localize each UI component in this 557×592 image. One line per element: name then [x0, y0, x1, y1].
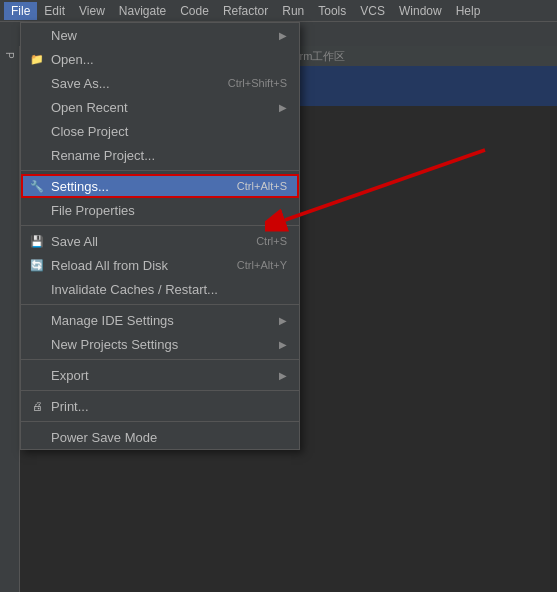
menu-item-invalidate-label: Invalidate Caches / Restart...	[51, 282, 218, 297]
menu-help[interactable]: Help	[449, 2, 488, 20]
fileprops-icon	[29, 202, 45, 218]
manageide-icon	[29, 312, 45, 328]
menu-vcs[interactable]: VCS	[353, 2, 392, 20]
menu-window[interactable]: Window	[392, 2, 449, 20]
closeproject-icon	[29, 123, 45, 139]
menu-item-export-label: Export	[51, 368, 89, 383]
menu-item-saveall-label: Save All	[51, 234, 98, 249]
new-arrow: ▶	[279, 30, 287, 41]
menu-item-saveas-label: Save As...	[51, 76, 110, 91]
rename-icon	[29, 147, 45, 163]
powersave-icon	[29, 429, 45, 445]
saveall-icon: 💾	[29, 233, 45, 249]
separator-6	[21, 421, 299, 422]
reloadall-shortcut: Ctrl+Alt+Y	[237, 259, 287, 271]
menu-item-open[interactable]: 📁 Open...	[21, 47, 299, 71]
left-sidebar: P	[0, 22, 20, 592]
menu-code[interactable]: Code	[173, 2, 216, 20]
menu-item-manageide-label: Manage IDE Settings	[51, 313, 174, 328]
file-dropdown-menu: New ▶ 📁 Open... Save As... Ctrl+Shift+S …	[20, 22, 300, 450]
manageide-arrow: ▶	[279, 315, 287, 326]
menu-item-settings[interactable]: 🔧 Settings... Ctrl+Alt+S	[21, 174, 299, 198]
menu-item-saveall[interactable]: 💾 Save All Ctrl+S	[21, 229, 299, 253]
menu-item-manageide[interactable]: Manage IDE Settings ▶	[21, 308, 299, 332]
menu-item-powersave-label: Power Save Mode	[51, 430, 157, 445]
menu-bar: File Edit View Navigate Code Refactor Ru…	[0, 0, 557, 22]
menu-item-openrecent[interactable]: Open Recent ▶	[21, 95, 299, 119]
menu-item-new-label: New	[51, 28, 77, 43]
menu-file[interactable]: File	[4, 2, 37, 20]
invalidate-icon	[29, 281, 45, 297]
menu-item-closeproject-label: Close Project	[51, 124, 128, 139]
saveas-icon	[29, 75, 45, 91]
menu-edit[interactable]: Edit	[37, 2, 72, 20]
menu-item-newprojects[interactable]: New Projects Settings ▶	[21, 332, 299, 356]
newprojects-icon	[29, 336, 45, 352]
menu-item-print[interactable]: 🖨 Print...	[21, 394, 299, 418]
menu-item-new[interactable]: New ▶	[21, 23, 299, 47]
menu-item-settings-label: Settings...	[51, 179, 109, 194]
menu-item-rename[interactable]: Rename Project...	[21, 143, 299, 167]
menu-item-powersave[interactable]: Power Save Mode	[21, 425, 299, 449]
menu-view[interactable]: View	[72, 2, 112, 20]
print-icon: 🖨	[29, 398, 45, 414]
export-arrow: ▶	[279, 370, 287, 381]
new-icon	[29, 27, 45, 43]
saveas-shortcut: Ctrl+Shift+S	[228, 77, 287, 89]
newprojects-arrow: ▶	[279, 339, 287, 350]
open-icon: 📁	[29, 51, 45, 67]
export-icon	[29, 367, 45, 383]
settings-icon: 🔧	[29, 178, 45, 194]
menu-item-fileprops-label: File Properties	[51, 203, 135, 218]
separator-1	[21, 170, 299, 171]
saveall-shortcut: Ctrl+S	[256, 235, 287, 247]
menu-item-fileprops[interactable]: File Properties	[21, 198, 299, 222]
menu-navigate[interactable]: Navigate	[112, 2, 173, 20]
menu-item-newprojects-label: New Projects Settings	[51, 337, 178, 352]
reloadall-icon: 🔄	[29, 257, 45, 273]
openrecent-icon	[29, 99, 45, 115]
separator-5	[21, 390, 299, 391]
menu-item-openrecent-label: Open Recent	[51, 100, 128, 115]
menu-item-closeproject[interactable]: Close Project	[21, 119, 299, 143]
menu-item-reloadall-label: Reload All from Disk	[51, 258, 168, 273]
menu-item-invalidate[interactable]: Invalidate Caches / Restart...	[21, 277, 299, 301]
menu-item-print-label: Print...	[51, 399, 89, 414]
settings-shortcut: Ctrl+Alt+S	[237, 180, 287, 192]
menu-item-reloadall[interactable]: 🔄 Reload All from Disk Ctrl+Alt+Y	[21, 253, 299, 277]
menu-refactor[interactable]: Refactor	[216, 2, 275, 20]
menu-item-export[interactable]: Export ▶	[21, 363, 299, 387]
menu-item-rename-label: Rename Project...	[51, 148, 155, 163]
menu-item-saveas[interactable]: Save As... Ctrl+Shift+S	[21, 71, 299, 95]
menu-tools[interactable]: Tools	[311, 2, 353, 20]
project-icon[interactable]: P	[4, 52, 15, 59]
separator-2	[21, 225, 299, 226]
openrecent-arrow: ▶	[279, 102, 287, 113]
separator-4	[21, 359, 299, 360]
menu-item-open-label: Open...	[51, 52, 94, 67]
separator-3	[21, 304, 299, 305]
menu-run[interactable]: Run	[275, 2, 311, 20]
